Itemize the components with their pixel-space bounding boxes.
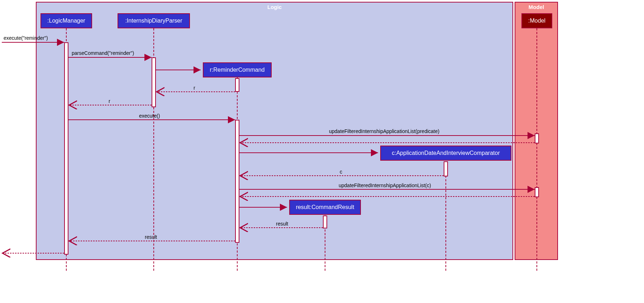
- frame-logic-title: Logic: [37, 4, 512, 10]
- msg-execute-reminder: execute("reminder"): [4, 35, 48, 41]
- participant-remindercommand: r:ReminderCommand: [203, 62, 272, 77]
- frame-model-title: Model: [515, 4, 557, 10]
- activation-model-2: [535, 187, 539, 197]
- frame-logic: Logic: [36, 2, 513, 260]
- participant-logicmanager: :LogicManager: [40, 13, 92, 28]
- lifeline-comparator: [445, 161, 446, 271]
- sequence-diagram: Logic Model :LogicManager :InternshipDia…: [0, 0, 644, 303]
- participant-model: :Model: [521, 13, 552, 28]
- participant-commandresult: result:CommandResult: [289, 200, 361, 215]
- msg-execute: execute(): [139, 113, 160, 119]
- activation-logicmanager: [64, 42, 68, 255]
- activation-remindercommand-2: [235, 120, 239, 243]
- msg-return-r1: r: [194, 85, 195, 91]
- msg-return-c: c: [340, 169, 342, 175]
- activation-remindercommand-1: [235, 78, 239, 92]
- participant-parser: :InternshipDiaryParser: [118, 13, 190, 28]
- msg-return-r2: r: [109, 98, 110, 104]
- msg-updatefiltered1: updateFilteredInternshipApplicationList(…: [329, 128, 439, 134]
- lifeline-model: [536, 28, 537, 271]
- activation-parser: [152, 57, 156, 107]
- participant-comparator: c:ApplicationDateAndInterviewComparator: [380, 146, 511, 161]
- msg-parsecommand: parseCommand("reminder"): [72, 50, 134, 56]
- activation-model-1: [535, 133, 539, 143]
- msg-return-result2: result: [145, 234, 157, 240]
- msg-updatefiltered2: updateFilteredInternshipApplicationList(…: [339, 183, 431, 188]
- activation-commandresult: [323, 216, 327, 228]
- activation-comparator: [444, 161, 448, 176]
- msg-return-result1: result: [276, 221, 288, 227]
